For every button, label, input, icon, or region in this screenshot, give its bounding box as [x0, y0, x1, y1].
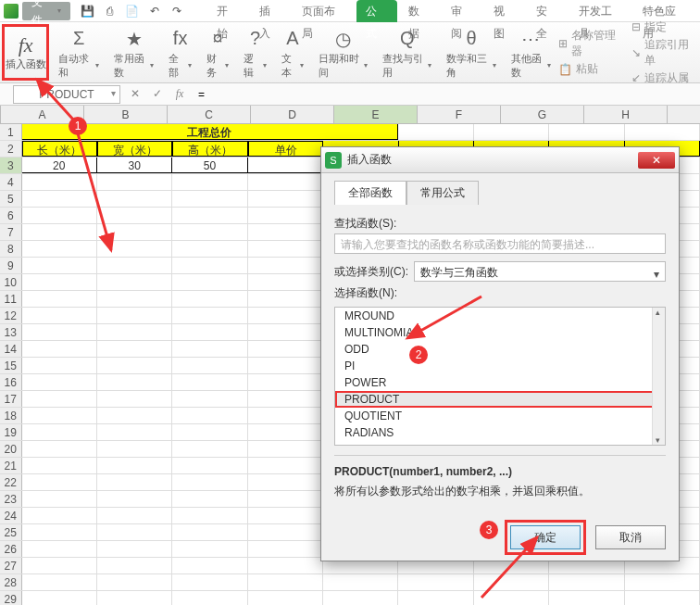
- cancel-button[interactable]: 取消: [595, 525, 666, 549]
- cell[interactable]: [97, 558, 172, 573]
- cell[interactable]: [172, 474, 247, 490]
- row-header-29[interactable]: 29: [0, 591, 22, 605]
- row-header-1[interactable]: 1: [0, 124, 22, 140]
- cell[interactable]: [398, 124, 473, 140]
- row-header-10[interactable]: 10: [0, 274, 22, 290]
- cell[interactable]: [172, 358, 247, 373]
- cell[interactable]: [97, 341, 172, 357]
- cell[interactable]: [248, 158, 323, 173]
- cell[interactable]: [172, 341, 247, 357]
- cell[interactable]: [172, 591, 247, 605]
- cell[interactable]: [172, 541, 247, 557]
- undo-icon[interactable]: ↶: [146, 3, 163, 19]
- cell[interactable]: [625, 574, 700, 590]
- cell[interactable]: [248, 174, 323, 190]
- function-item-MULTINOMIAL[interactable]: MULTINOMIAL: [335, 324, 665, 341]
- save-icon[interactable]: 💾: [80, 3, 96, 19]
- column-header-C[interactable]: C: [168, 106, 251, 123]
- ribbon-group-财务[interactable]: ¤财务▾: [199, 22, 236, 82]
- fx-icon[interactable]: fx: [172, 87, 187, 101]
- row-header-8[interactable]: 8: [0, 241, 22, 257]
- menu-tab-安全[interactable]: 安全: [527, 0, 568, 22]
- cell[interactable]: [172, 174, 247, 190]
- cell[interactable]: [248, 358, 323, 373]
- cell[interactable]: [97, 374, 172, 390]
- ribbon-group-文本[interactable]: A文本▾: [274, 22, 311, 82]
- cell[interactable]: [22, 424, 97, 440]
- row-header-28[interactable]: 28: [0, 574, 22, 590]
- function-item-MROUND[interactable]: MROUND: [335, 308, 665, 324]
- cell[interactable]: [248, 308, 323, 323]
- cell[interactable]: [97, 541, 172, 557]
- cell[interactable]: [625, 591, 700, 605]
- cell[interactable]: [248, 524, 323, 540]
- row-header-3[interactable]: 3: [0, 158, 22, 173]
- function-item-PRODUCT[interactable]: PRODUCT: [335, 391, 665, 408]
- cell[interactable]: [172, 424, 247, 440]
- cell[interactable]: [248, 391, 323, 407]
- row-header-15[interactable]: 15: [0, 358, 22, 373]
- row-header-13[interactable]: 13: [0, 324, 22, 340]
- cell[interactable]: [22, 358, 97, 373]
- tab-common-formulas[interactable]: 常用公式: [406, 181, 479, 205]
- cell[interactable]: [172, 574, 247, 590]
- accept-icon[interactable]: ✓: [150, 87, 165, 101]
- cell[interactable]: [22, 574, 97, 590]
- cell[interactable]: [323, 591, 398, 605]
- cell[interactable]: [97, 441, 172, 457]
- paste-button[interactable]: 📋粘贴: [558, 61, 619, 77]
- cell[interactable]: [172, 441, 247, 457]
- cell[interactable]: [22, 391, 97, 407]
- cell[interactable]: [22, 474, 97, 490]
- menu-tab-开发工具[interactable]: 开发工具: [569, 0, 632, 22]
- cell[interactable]: [248, 558, 323, 573]
- row-header-6[interactable]: 6: [0, 208, 22, 223]
- cell[interactable]: [248, 574, 323, 590]
- cell[interactable]: [172, 274, 247, 290]
- cell[interactable]: [22, 374, 97, 390]
- cell[interactable]: [248, 191, 323, 207]
- cell[interactable]: [22, 524, 97, 540]
- name-manager-button[interactable]: ⊞名称管理器: [558, 28, 619, 59]
- cell[interactable]: [97, 574, 172, 590]
- function-item-RADIANS[interactable]: RADIANS: [335, 424, 665, 441]
- row-header-21[interactable]: 21: [0, 458, 22, 473]
- cell[interactable]: [172, 491, 247, 507]
- row-header-17[interactable]: 17: [0, 391, 22, 407]
- cell[interactable]: [549, 124, 624, 140]
- search-input[interactable]: 请输入您要查找的函数名称或函数功能的简要描述...: [334, 233, 666, 254]
- cell[interactable]: [248, 258, 323, 273]
- menu-tab-页面布局[interactable]: 页面布局: [293, 0, 356, 22]
- cell[interactable]: [97, 258, 172, 273]
- listbox-scrollbar[interactable]: [652, 308, 665, 445]
- menu-tab-审阅[interactable]: 审阅: [442, 0, 482, 22]
- trace-dependents-button[interactable]: ↙追踪从属: [631, 70, 693, 86]
- cell[interactable]: [22, 558, 97, 573]
- cell[interactable]: [22, 441, 97, 457]
- row-header-27[interactable]: 27: [0, 558, 22, 573]
- row-header-20[interactable]: 20: [0, 441, 22, 457]
- cell[interactable]: [172, 558, 247, 573]
- column-header-H[interactable]: H: [584, 106, 668, 123]
- menu-tab-开始[interactable]: 开始: [207, 0, 248, 22]
- cell[interactable]: [97, 458, 172, 473]
- close-button[interactable]: ✕: [638, 152, 675, 169]
- ribbon-group-查找与引用[interactable]: Q查找与引用▾: [375, 22, 439, 82]
- row-header-12[interactable]: 12: [0, 308, 22, 323]
- cell[interactable]: 50: [172, 158, 247, 173]
- file-menu[interactable]: 文件 ▾: [22, 2, 70, 20]
- row-header-16[interactable]: 16: [0, 374, 22, 390]
- cell[interactable]: [248, 208, 323, 223]
- cell[interactable]: [97, 524, 172, 540]
- ribbon-group-逻辑[interactable]: ?逻辑▾: [236, 22, 273, 82]
- row-header-24[interactable]: 24: [0, 508, 22, 523]
- cell[interactable]: [248, 441, 323, 457]
- cell[interactable]: [248, 424, 323, 440]
- header-cell[interactable]: 单价: [248, 141, 323, 157]
- cell[interactable]: [248, 458, 323, 473]
- cell[interactable]: [97, 408, 172, 423]
- cell[interactable]: [248, 274, 323, 290]
- cell[interactable]: [549, 574, 624, 590]
- cell[interactable]: [22, 324, 97, 340]
- cell[interactable]: [625, 124, 700, 140]
